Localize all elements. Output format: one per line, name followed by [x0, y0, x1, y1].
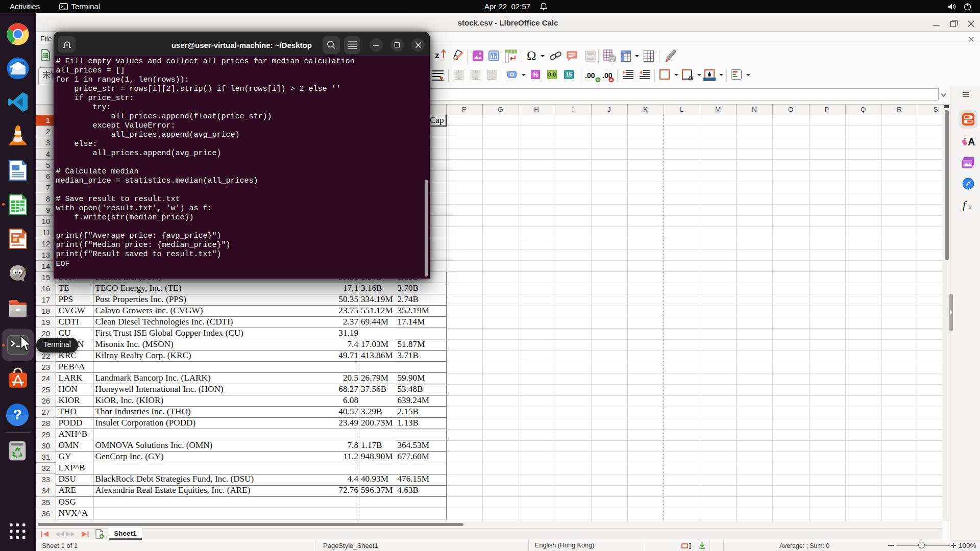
svg-text:A: A — [968, 136, 975, 147]
svg-text:?: ? — [13, 407, 21, 422]
